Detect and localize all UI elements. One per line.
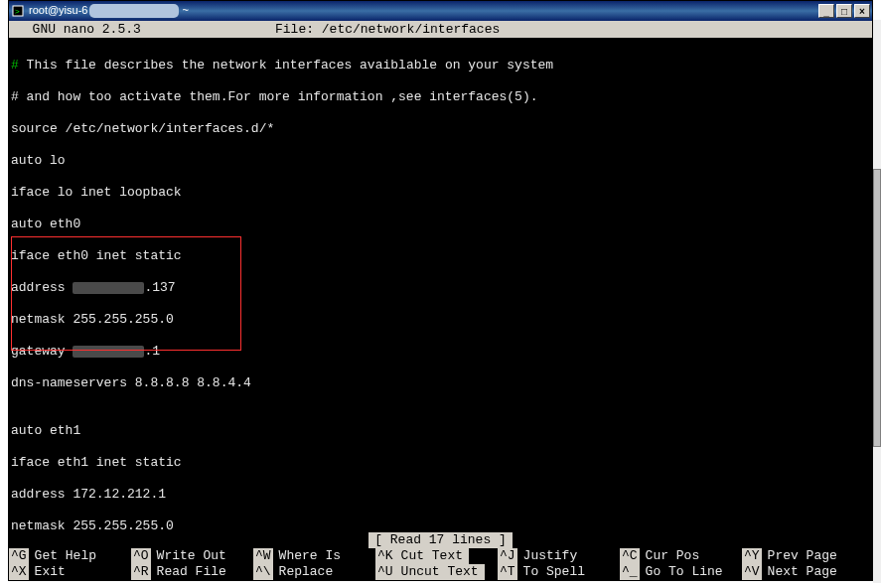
app-icon: >	[11, 4, 25, 18]
shortcut-where-is[interactable]: ^WWhere Is	[253, 548, 375, 564]
file-line: auto eth0	[11, 217, 870, 232]
shortcut-go-to-line[interactable]: ^_Go To Line	[620, 564, 742, 580]
shortcut-exit[interactable]: ^XExit	[9, 564, 131, 580]
shortcut-next-page[interactable]: ^VNext Page	[742, 564, 864, 580]
shortcut-to-spell[interactable]: ^TTo Spell	[498, 564, 620, 580]
shortcut-cur-pos[interactable]: ^CCur Pos	[620, 548, 742, 564]
maximize-button[interactable]: □	[836, 4, 852, 18]
editor-viewport[interactable]: # This file describes the network interf…	[9, 38, 872, 532]
svg-text:>: >	[15, 7, 20, 16]
file-line: # This file describes the network interf…	[11, 58, 870, 74]
shortcut-write-out[interactable]: ^OWrite Out	[131, 548, 253, 564]
status-line: [ Read 17 lines ]	[9, 532, 872, 548]
file-line: iface eth0 inet static	[11, 248, 870, 264]
terminal-window: > root@yisu-6 ~ _ □ × GNU nano 2.5.3File…	[8, 0, 873, 581]
redacted-ip	[73, 282, 144, 294]
shortcut-rows: ^GGet Help ^OWrite Out ^WWhere Is ^KCut …	[9, 548, 872, 580]
file-line: auto lo	[11, 153, 870, 169]
window-buttons: _ □ ×	[818, 4, 870, 18]
file-line: dns-nameservers 8.8.8.8 8.8.4.4	[11, 375, 870, 391]
shortcut-replace[interactable]: ^\Replace	[253, 564, 375, 580]
shortcut-row-2: ^XExit ^RRead File ^\Replace ^UUncut Tex…	[9, 564, 872, 580]
file-line: source /etc/network/interfaces.d/*	[11, 121, 870, 137]
file-line: iface lo inet loopback	[11, 185, 870, 201]
window-titlebar[interactable]: > root@yisu-6 ~ _ □ ×	[9, 1, 872, 21]
title-redacted	[89, 4, 179, 18]
nano-footer: [ Read 17 lines ] ^GGet Help ^OWrite Out…	[9, 532, 872, 580]
file-line: auto eth1	[11, 423, 870, 439]
title-path: ~	[183, 4, 189, 16]
redacted-ip	[73, 346, 144, 358]
file-line: netmask 255.255.255.0	[11, 312, 870, 328]
status-message: [ Read 17 lines ]	[368, 532, 513, 548]
editor-name: GNU nano 2.5.3	[17, 22, 275, 37]
title-user-host: root@yisu-6	[29, 4, 87, 16]
close-button[interactable]: ×	[854, 4, 870, 18]
window-title: root@yisu-6 ~	[29, 4, 818, 18]
file-line: iface eth1 inet static	[11, 455, 870, 471]
file-content: # This file describes the network interf…	[9, 42, 872, 532]
page-scrollbar-thumb[interactable]	[873, 169, 881, 447]
shortcut-get-help[interactable]: ^GGet Help	[9, 548, 131, 564]
file-line: netmask 255.255.255.0	[11, 518, 870, 532]
shortcut-prev-page[interactable]: ^YPrev Page	[742, 548, 864, 564]
page-scrollbar-track[interactable]	[873, 20, 881, 583]
shortcut-justify[interactable]: ^JJustify	[498, 548, 620, 564]
shortcut-row-1: ^GGet Help ^OWrite Out ^WWhere Is ^KCut …	[9, 548, 872, 564]
comment-hash: #	[11, 58, 19, 73]
file-line: address .137	[11, 280, 870, 296]
shortcut-read-file[interactable]: ^RRead File	[131, 564, 253, 580]
minimize-button[interactable]: _	[818, 4, 834, 18]
file-line: # and how too activate them.For more inf…	[11, 89, 870, 105]
nano-header-bar: GNU nano 2.5.3File: /etc/network/interfa…	[9, 21, 872, 38]
shortcut-cut-text[interactable]: ^KCut Text	[375, 548, 498, 564]
file-line: gateway .1	[11, 344, 870, 360]
file-path-label: File: /etc/network/interfaces	[275, 22, 500, 37]
file-line: address 172.12.212.1	[11, 487, 870, 503]
shortcut-uncut-text[interactable]: ^UUncut Text	[375, 564, 498, 580]
